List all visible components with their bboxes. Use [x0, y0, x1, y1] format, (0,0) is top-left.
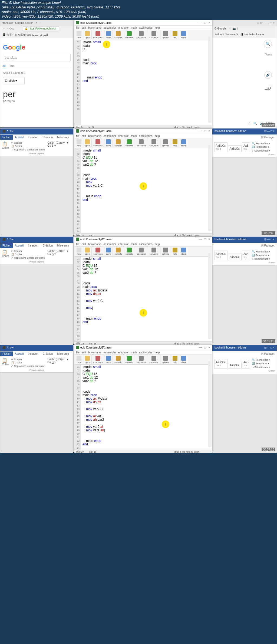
- window-title: edit: D:\assembly\1\1.asm: [80, 21, 111, 24]
- emu-titlebar: edit: D:\assembly\1\1.asm —□×: [74, 20, 212, 26]
- tool-convertor[interactable]: convertor: [148, 247, 160, 256]
- tool-convertor[interactable]: convertor: [148, 355, 160, 364]
- tool-calculator[interactable]: calculator: [135, 355, 148, 364]
- tool-calculator[interactable]: calculator: [135, 31, 148, 39]
- ribbon-tabs[interactable]: FichierAccueilInsertionCréationMise en p: [0, 134, 73, 140]
- tool-help[interactable]: help: [171, 247, 179, 256]
- tool-calculator[interactable]: calculator: [135, 247, 148, 256]
- toolbar[interactable]: newopenexamplessavecompileemulatecalcula…: [74, 247, 212, 257]
- ribbon-tabs[interactable]: FichierAccueilInsertionCréationMise en p: [0, 351, 73, 357]
- ribbon-tools[interactable]: 📋 Coller ✂ Couper📋 Copier✓ Reproduire la…: [0, 248, 73, 264]
- window-controls[interactable]: —□×: [197, 129, 210, 133]
- code-editor[interactable]: .model small .data C EQU 15 var1 db 12 v…: [81, 365, 212, 450]
- tool-examples[interactable]: examples: [92, 139, 104, 147]
- tool-compile[interactable]: compile: [113, 139, 124, 147]
- tool-help[interactable]: help: [171, 139, 179, 147]
- styles-panel[interactable]: AaBbCcITitre 2AaBbCcIAaBTitre 🔍 Recherch…: [212, 248, 277, 266]
- tool-emulate[interactable]: emulate: [124, 355, 135, 364]
- scrollbar-v[interactable]: [208, 145, 212, 231]
- code-editor[interactable]: .model small .data C | .code main proc m…: [81, 40, 212, 125]
- share-button[interactable]: ⇱ Partager: [212, 243, 277, 248]
- share-button[interactable]: ⇱ Partager: [212, 351, 277, 357]
- app-icon: [76, 21, 79, 24]
- tool-options[interactable]: options: [160, 355, 171, 364]
- ribbon-tools[interactable]: 📋 Coller ✂ Couper📋 Copier✓ Reproduire la…: [0, 140, 73, 156]
- styles-panel[interactable]: AaBbCcITitre 2AaBbCcIAaBTitre 🔍 Recherch…: [212, 357, 277, 374]
- audio-info: Audio: aac, 48000 Hz, 2 channels, s16, 1…: [2, 10, 275, 14]
- menu-bar[interactable]: fileeditbookmarksassembleremulatormathas…: [74, 350, 212, 355]
- chrome-window-right: ☆ ⟳ — □ × G Google ☆ 📷 ⋮ Anthropic/Gramm…: [212, 20, 277, 127]
- tools-link[interactable]: Tools: [265, 53, 272, 56]
- scrollbar-v[interactable]: [208, 361, 212, 447]
- tool-options[interactable]: options: [160, 247, 171, 256]
- tool-new[interactable]: new: [75, 355, 83, 364]
- tool-open[interactable]: open: [83, 31, 92, 39]
- scrollbar-v[interactable]: [208, 37, 212, 123]
- tool-options[interactable]: options: [160, 139, 171, 147]
- browser-tab[interactable]: translate - Google Search × +: [0, 20, 73, 26]
- ribbon-tools[interactable]: 📋 Coller ✂ Couper📋 Copier✓ Reproduire la…: [0, 357, 73, 373]
- tool-new[interactable]: new: [75, 31, 83, 39]
- tool-about[interactable]: about: [179, 31, 188, 39]
- word-window-right: bouhaniti houssem eddine⊡ — □ × ⇱ Partag…: [212, 236, 277, 344]
- tool-save[interactable]: save: [104, 247, 113, 256]
- tool-calculator[interactable]: calculator: [135, 139, 148, 147]
- code-editor[interactable]: .model small .data C EQU 15 var1 db 12 v…: [81, 148, 212, 233]
- result-tabs[interactable]: All Ima: [3, 64, 71, 69]
- window-controls[interactable]: —□×: [197, 346, 210, 349]
- tool-compile[interactable]: compile: [113, 31, 124, 39]
- styles-panel[interactable]: AaBbCcITitre 2AaBbCcIAaBTitre 🔍 Recherch…: [212, 140, 277, 157]
- tool-new[interactable]: new: [75, 247, 83, 256]
- search-icon[interactable]: 🔍: [264, 40, 272, 48]
- emu8086-window: edit: D:\assembly\1\1.asm —□× fileeditbo…: [74, 20, 212, 127]
- tool-open[interactable]: open: [83, 355, 92, 364]
- lang-select[interactable]: English ▾: [3, 77, 25, 84]
- pronunciation: pərmyoo: [3, 99, 71, 103]
- share-button[interactable]: ⇱ Partager: [212, 134, 277, 140]
- menu-bar[interactable]: fileeditbookmarksassembleremulatormathas…: [74, 242, 212, 247]
- scrollbar-v[interactable]: [208, 253, 212, 339]
- url-bar[interactable]: 🔒 https://www.google.com: [23, 26, 59, 31]
- tool-help[interactable]: help: [171, 31, 179, 39]
- tool-examples[interactable]: examples: [92, 247, 104, 256]
- search-input[interactable]: translate: [3, 54, 71, 61]
- right-bookmarks[interactable]: Anthropic/Grammar/A... 📱 Mobile bookmark…: [212, 32, 277, 38]
- tool-examples[interactable]: examples: [92, 31, 104, 39]
- menu-bar[interactable]: fileeditbookmarksassembleremulatormathas…: [74, 26, 212, 30]
- toolbar[interactable]: newopenexamplessavecompileemulatecalcula…: [74, 138, 212, 148]
- video-frame: ⬛ ↰ ↻ ▾ FichierAccueilInsertionCréationM…: [0, 236, 277, 344]
- code-editor[interactable]: .model small .data C EQU 15 var1 db 12 v…: [81, 257, 212, 341]
- tool-compile[interactable]: compile: [113, 247, 124, 256]
- tool-options[interactable]: options: [160, 31, 171, 39]
- right-tab[interactable]: G Google ☆ 📷 ⋮: [212, 26, 277, 32]
- tool-emulate[interactable]: emulate: [124, 139, 135, 147]
- line-gutter: 01 02 03 04 05 06 07 08 09 10 11 12 13 1…: [74, 148, 81, 233]
- tool-emulate[interactable]: emulate: [124, 247, 135, 256]
- tool-save[interactable]: save: [104, 139, 113, 147]
- tool-open[interactable]: open: [83, 139, 92, 147]
- tool-compile[interactable]: compile: [113, 355, 124, 364]
- toolbar[interactable]: newopenexamplessavecompileemulatecalcula…: [74, 355, 212, 365]
- bookmarks-bar[interactable]: 📱 淘宝中心 AliExpress المواقع العربية: [0, 32, 73, 38]
- tool-convertor[interactable]: convertor: [148, 139, 160, 147]
- tool-new[interactable]: new: [75, 139, 83, 147]
- speaker-icon[interactable]: 🔊: [264, 71, 272, 79]
- tool-open[interactable]: open: [83, 247, 92, 256]
- ribbon-tabs[interactable]: FichierAccueilInsertionCréationMise en p: [0, 243, 73, 248]
- window-controls[interactable]: —□×: [197, 21, 210, 25]
- emu8086-window: edit: D:\assembly\1\1.asm —□× fileeditbo…: [74, 236, 212, 344]
- tool-examples[interactable]: examples: [92, 355, 104, 364]
- tool-about[interactable]: about: [179, 355, 188, 364]
- tool-emulate[interactable]: emulate: [124, 31, 135, 39]
- tool-convertor[interactable]: convertor: [148, 31, 160, 39]
- tool-about[interactable]: about: [179, 139, 188, 147]
- menu-bar[interactable]: fileeditbookmarksassembleremulatormathas…: [74, 134, 212, 138]
- toolbar[interactable]: newopenexamplessavecompileemulatecalcula…: [74, 30, 212, 40]
- tool-save[interactable]: save: [104, 355, 113, 364]
- tool-save[interactable]: save: [104, 31, 113, 39]
- window-title: edit: D:\assembly\1\1.asm: [80, 346, 111, 349]
- window-controls[interactable]: ☆ ⟳ — □ ×: [212, 20, 277, 26]
- tool-help[interactable]: help: [171, 355, 179, 364]
- window-controls[interactable]: —□×: [197, 237, 210, 241]
- tool-about[interactable]: about: [179, 247, 188, 256]
